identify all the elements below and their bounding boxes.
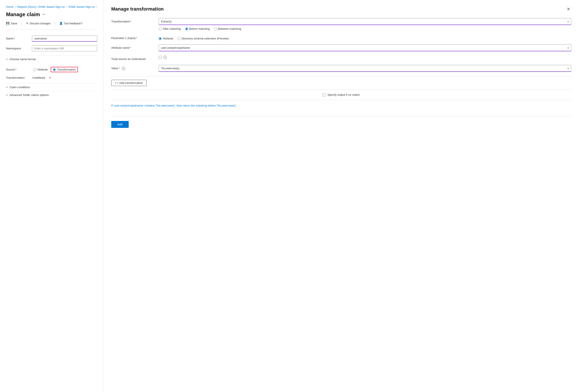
name-input[interactable] [32, 36, 97, 42]
transformation-form-row: Transformation* Extract() ToLowercase() … [111, 18, 571, 30]
value-control: ToLowercase() ∨ [159, 65, 571, 72]
param1-radio-row: Attribute Directory schema extension (Pr… [159, 37, 571, 40]
discard-label: Discard changes [30, 22, 51, 25]
description-text: If 'user.userprincipalname' contains 'To… [111, 103, 571, 108]
source-attribute-radio[interactable] [33, 68, 36, 71]
add-transformation-container: + + Add transformation [111, 80, 571, 86]
edit-icon[interactable]: ✏ [49, 76, 51, 79]
treat-source-checkbox-row: i [159, 56, 571, 59]
save-icon: 💾 [6, 22, 9, 25]
more-options-icon[interactable]: ··· [42, 12, 45, 17]
breadcrumb-saml[interactable]: SAML-based Sign-on [68, 5, 95, 8]
breadcrumb-sep-3: › [96, 5, 97, 8]
breadcrumb-home[interactable]: Home [6, 5, 14, 8]
name-row: Name* [6, 36, 97, 42]
panel-header: Manage transformation ✕ [111, 6, 571, 12]
value-select[interactable]: ToLowercase() [159, 65, 571, 72]
attribute-name-select[interactable]: user.userprincipalname [159, 44, 571, 51]
transformation-select[interactable]: Extract() ToLowercase() ToUppercase() Re… [159, 18, 571, 25]
toolbar-divider-2 [55, 21, 55, 26]
breadcrumb-sep-1: › [15, 5, 16, 8]
treat-source-control: i [159, 56, 571, 59]
add-transformation-label: + Add transformation [117, 81, 143, 84]
specify-output-checkbox[interactable] [323, 93, 326, 96]
source-label: Source* [6, 68, 30, 71]
close-button[interactable]: ✕ [566, 6, 571, 12]
panel-title: Manage transformation [111, 6, 164, 12]
after-matching-radio[interactable] [159, 27, 162, 30]
treat-source-checkbox[interactable] [159, 56, 162, 59]
feedback-button[interactable]: 👤 Got feedback? [59, 21, 82, 26]
advanced-options-label: Advanced SAML claims options [9, 93, 49, 97]
claim-conditions[interactable]: ∨ Claim conditions [6, 83, 97, 91]
right-panel: Manage transformation ✕ Transformation* … [103, 0, 579, 392]
advanced-saml-options[interactable]: ∨ Advanced SAML claims options [6, 91, 97, 99]
feedback-label: Got feedback? [64, 22, 82, 25]
discard-icon: ✕ [26, 22, 28, 25]
name-label: Name* [6, 36, 30, 40]
source-transformation-option[interactable]: Transformation [51, 67, 78, 72]
add-button[interactable]: Add [111, 121, 129, 128]
param1-attribute-label: Attribute [163, 37, 173, 40]
specify-output-row: Specify output if no match [111, 93, 571, 96]
value-info-icon[interactable]: i [122, 67, 125, 70]
attribute-name-control: user.userprincipalname ∨ [159, 44, 571, 51]
source-attribute-label: Attribute [37, 68, 48, 71]
save-label: Save [11, 22, 17, 25]
source-transformation-label: Transformation [57, 68, 76, 71]
divider-1 [111, 76, 571, 76]
before-matching-label: Before matching [189, 27, 210, 30]
treat-source-info-icon[interactable]: i [163, 56, 167, 59]
discard-button[interactable]: ✕ Discard changes [26, 21, 51, 26]
value-select-wrapper: ToLowercase() ∨ [159, 65, 571, 72]
param1-form-row: Parameter 1 (Input)* Attribute Directory… [111, 35, 571, 40]
value-form-row: Value* i ToLowercase() ∨ [111, 65, 571, 72]
page-title-row: Manage claim ··· [6, 11, 97, 17]
transformation-select-wrapper: Extract() ToLowercase() ToUppercase() Re… [159, 18, 571, 25]
toolbar: 💾 Save ✕ Discard changes 👤 Got feedback? [6, 21, 97, 30]
param1-directory-label: Directory schema extension (Preview) [182, 37, 229, 40]
source-radio-group: Attribute Transformation [33, 67, 78, 72]
value-label: Value* i [111, 65, 154, 70]
divider-2 [111, 89, 571, 90]
transformation-field-label: Transformation* [111, 18, 154, 23]
attribute-name-label: Attribute name* [111, 44, 154, 49]
treat-source-label: Treat source as multivalued [111, 56, 154, 61]
choose-name-format[interactable]: ∨ Choose name format [6, 55, 97, 63]
breadcrumb: Home › Teleport (Docs) | SAML-based Sign… [6, 5, 97, 8]
add-transformation-button[interactable]: + + Add transformation [111, 80, 146, 86]
param1-attribute-option[interactable]: Attribute [159, 37, 173, 40]
source-transformation-radio[interactable] [53, 68, 56, 71]
namespace-label: Namespace [6, 46, 30, 50]
source-row: Source* Attribute Transformation [6, 67, 97, 72]
after-matching-option[interactable]: After matching [159, 27, 181, 30]
param1-control: Attribute Directory schema extension (Pr… [159, 35, 571, 40]
breadcrumb-sep-2: › [66, 5, 67, 8]
param1-label: Parameter 1 (Input)* [111, 35, 154, 40]
before-matching-radio[interactable] [185, 27, 188, 30]
save-button[interactable]: 💾 Save [6, 21, 17, 26]
specify-output-label: Specify output if no match [327, 93, 360, 96]
param1-directory-option[interactable]: Directory schema extension (Preview) [177, 37, 229, 40]
matching-radio-row: After matching Before matching Between m… [159, 27, 571, 30]
param1-attribute-radio[interactable] [159, 37, 162, 40]
treat-source-form-row: Treat source as multivalued i [111, 56, 571, 61]
feedback-icon: 👤 [59, 22, 63, 25]
left-panel: Home › Teleport (Docs) | SAML-based Sign… [0, 0, 103, 392]
transformation-control: Extract() ToLowercase() ToUppercase() Re… [159, 18, 571, 30]
between-matching-label: Between matching [218, 27, 241, 30]
page-title: Manage claim [6, 11, 40, 17]
source-attribute-option[interactable]: Attribute [33, 68, 48, 71]
namespace-row: Namespace [6, 46, 97, 51]
namespace-input[interactable] [32, 46, 97, 51]
between-matching-option[interactable]: Between matching [214, 27, 241, 30]
between-matching-radio[interactable] [214, 27, 217, 30]
attribute-name-select-wrapper: user.userprincipalname ∨ [159, 44, 571, 51]
breadcrumb-teleport[interactable]: Teleport (Docs) | SAML-based Sign-on [17, 5, 65, 8]
param1-directory-radio[interactable] [177, 37, 180, 40]
before-matching-option[interactable]: Before matching [185, 27, 210, 30]
after-matching-label: After matching [163, 27, 181, 30]
claim-conditions-label: Claim conditions [9, 85, 30, 89]
transformation-value: Undefined [32, 76, 45, 79]
transformation-row-label: Transformation [6, 76, 30, 79]
